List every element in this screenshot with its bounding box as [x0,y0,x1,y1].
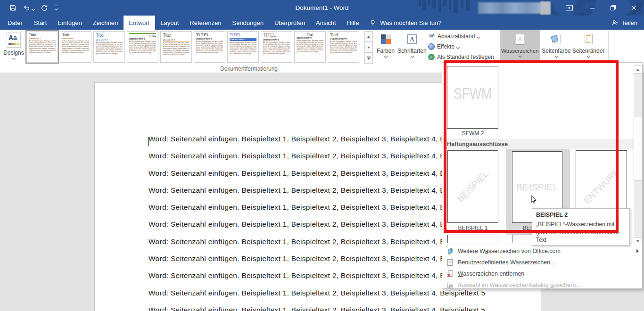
scroll-up-button[interactable] [634,65,642,74]
absatzabstand-button[interactable]: Absatzabstand [428,31,479,41]
gallery-more-button[interactable] [364,53,373,64]
tab-layout[interactable]: Layout [155,16,184,30]
designs-button[interactable]: Aa Designs [2,31,25,71]
theme-thumbnail[interactable]: TitelÜberschrift 1Auf der Registerkarte … [60,31,91,63]
checkmark-icon: ✓ [428,54,435,60]
tab-start[interactable]: Start [28,16,52,30]
menu-item-auswahl-speichern: Auswahl im Wasserzeichenkatalog speicher… [442,279,642,291]
save-gallery-icon [446,282,454,289]
tab-datei[interactable]: Datei [1,16,28,30]
avatar [540,1,551,15]
tell-me-box[interactable]: Was möchten Sie tun? [369,16,441,30]
effekte-button[interactable]: Effekte [428,41,459,52]
farben-button[interactable]: Farben [374,30,397,62]
document-text-line: Word: Seitenzahl einfügen. Beispieltext … [149,289,540,306]
wasserzeichen-button[interactable]: A Wasserzeichen [500,30,540,62]
dropdown-menu: Weitere Wasserzeichen von Office.com A B… [442,244,642,288]
theme-thumbnail[interactable]: TITELÜBERSCHRIFT 1Auf der Registerkarte … [261,31,292,63]
mouse-cursor [531,195,537,206]
close-button[interactable] [623,0,644,16]
lightbulb-icon [369,19,376,26]
tooltip-line: Text [536,236,626,244]
wasserzeichen-icon: A [516,34,524,45]
annotation-red-rectangle [444,60,619,233]
ribbon-display-options-icon[interactable] [561,0,577,16]
document-text-line: Word: Seitenzahl einfügen. Beispieltext … [149,306,540,311]
seitenraender-button[interactable]: Seitenränder [572,30,604,62]
tab-ueberpruefen[interactable]: Überprüfen [269,16,311,30]
gallery-scroll-down[interactable] [364,42,373,53]
word-window: { "titlebar": { "title": "Dokument1 - Wo… [0,0,644,311]
svg-text:A: A [449,260,452,264]
theme-thumbnail[interactable]: TITELÜBERSCHRIFT 1Auf der Registerkarte … [194,31,225,63]
scrollbar-thumb[interactable] [634,117,642,181]
menu-item-wasserzeichen-entfernen[interactable]: Wasserzeichen entfernen [442,268,642,279]
theme-thumbnail[interactable]: Titel1 ÜBERSCHRIFT 1Auf der Registerkart… [328,31,359,63]
designs-icon: Aa [7,33,21,48]
theme-thumbnail[interactable]: TitelÜberschrift 1Auf der Registerkarte … [160,31,192,63]
dropdown-scrollbar [634,65,643,243]
tab-ansicht[interactable]: Ansicht [311,16,342,30]
theme-thumbnail[interactable]: TitelÜberschrift 1Auf der Registerkarte … [93,31,125,63]
submenu-arrow-icon [636,249,639,253]
group-label-dokumentformatierung: Dokumentformatierung [202,65,296,72]
theme-thumbnail[interactable]: TitelÜberschrift 1Auf der Registerkarte … [26,31,58,63]
tab-zeichnen[interactable]: Zeichnen [87,16,123,30]
absatzabstand-icon [428,33,435,40]
tab-einfuegen[interactable]: Einfügen [52,16,87,30]
title-bar: Dokument1 - Word [0,0,644,16]
schriftarten-button[interactable]: A Schriftarten [397,30,427,62]
theme-thumbnail[interactable]: TITELÜBERSCHRIFT 1Auf der Registerkarte … [227,31,259,63]
tab-sendungen[interactable]: Sendungen [227,16,269,30]
theme-thumbnail[interactable]: TITELÜBERSCHRIFT 1Auf der Registerkarte … [127,31,158,63]
gallery-scroll-up[interactable] [364,31,373,42]
remove-watermark-icon [446,270,454,278]
effekte-icon [428,43,435,50]
custom-watermark-icon: A [446,259,454,266]
share-button[interactable]: Teilen [611,16,637,30]
tab-hilfe[interactable]: Hilfe [341,16,364,30]
farben-icon [381,34,391,44]
seitenfarbe-button[interactable]: Seitenfarbe [541,30,571,62]
schriftarten-icon: A [407,34,417,44]
restore-button[interactable] [603,0,623,16]
minimize-button[interactable] [582,0,603,16]
tab-entwurf[interactable]: Entwurf [124,16,155,30]
ribbon-tabs: Datei Start Einfügen Zeichnen Entwurf La… [0,16,644,30]
theme-thumbnail[interactable]: TitelÜBERSCHRIFT 1Auf der Registerkarte … [294,31,326,63]
user-account-redacted [478,2,541,14]
watermark-item-partial[interactable] [447,235,498,243]
seitenfarbe-icon [552,34,561,45]
office-com-icon [446,247,454,255]
menu-item-weitere-wasserzeichen[interactable]: Weitere Wasserzeichen von Office.com [442,246,642,257]
menu-item-benutzerdefiniertes-wasserzeichen[interactable]: A Benutzerdefiniertes Wasserzeichen... [442,257,642,268]
share-person-icon [611,19,619,26]
window-controls [582,0,644,16]
tab-referenzen[interactable]: Referenzen [184,16,227,30]
seitenraender-icon [585,34,593,44]
text-caret [148,137,149,146]
